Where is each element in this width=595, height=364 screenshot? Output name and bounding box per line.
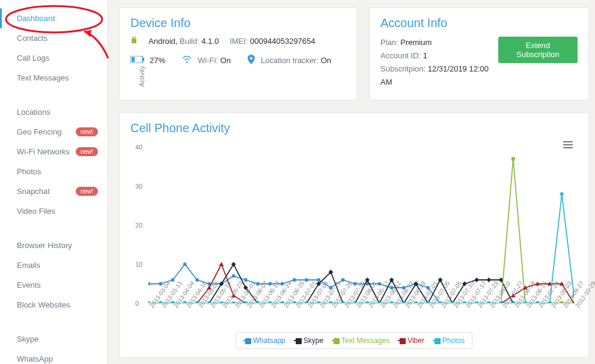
android-icon (130, 36, 138, 46)
sidebar-item-label: Photos (17, 167, 41, 176)
battery-pct: 27% (150, 56, 165, 65)
battery-icon (130, 56, 145, 65)
sidebar-item-label: Snapchat (17, 187, 50, 196)
location-block: Location tracker: On (261, 56, 331, 65)
main-content: Device Info Android, Build: 4.1.0 IMEI: … (108, 0, 595, 358)
plan-label: Plan: (380, 38, 398, 47)
chart-plot-area: Activity 010203040 2013-03-042013-03-132… (148, 147, 574, 327)
sidebar-item-label: Text Messages (17, 73, 69, 82)
location-label: Location tracker: (261, 56, 319, 65)
device-os: Android, Build: 4.1.0 (148, 37, 219, 46)
sidebar-item-whatsapp[interactable]: WhatsApp (0, 349, 108, 364)
new-badge: new! (76, 187, 98, 196)
svg-point-50 (195, 278, 199, 282)
sidebar-item-label: WhatsApp (17, 354, 53, 363)
svg-point-8 (186, 61, 188, 63)
svg-rect-112 (511, 157, 515, 161)
plan-value: Premium (400, 38, 432, 47)
sidebar-item-locations[interactable]: Locations (0, 102, 108, 122)
account-info-title: Account Info (380, 16, 498, 30)
svg-point-46 (148, 282, 150, 286)
wifi-label: Wi-Fi: (198, 56, 218, 65)
sidebar-item-label: Call Logs (17, 53, 49, 62)
sidebar-item-label: Contacts (17, 34, 47, 43)
sidebar-item-block-websites[interactable]: Block Websites (0, 295, 108, 315)
build-value: 4.1.0 (201, 37, 219, 46)
svg-point-152 (560, 192, 564, 196)
svg-point-9 (250, 57, 252, 59)
subscription-label: Subscritpion: (380, 64, 426, 73)
sidebar: DashboardContactsCall LogsText MessagesL… (0, 0, 108, 364)
account-id-value: 1 (423, 51, 427, 60)
sidebar-item-label: Skype (17, 335, 38, 344)
sidebar-item-photos[interactable]: Photos (0, 162, 108, 181)
svg-point-48 (171, 278, 175, 282)
sidebar-item-label: Dashboard (17, 14, 55, 23)
account-id-label: Account ID: (380, 51, 421, 60)
svg-rect-6 (132, 57, 135, 62)
sidebar-item-snapchat[interactable]: Snapchatnew! (0, 181, 108, 201)
sidebar-item-wi-fi-networks[interactable]: Wi-Fi Networksnew! (0, 142, 108, 162)
sidebar-item-text-messages[interactable]: Text Messages (0, 68, 108, 88)
chart-y-label: Activity (138, 66, 145, 87)
wifi-block: Wi-Fi: On (198, 56, 231, 65)
svg-point-59 (305, 278, 308, 282)
sidebar-item-contacts[interactable]: Contacts (0, 28, 108, 48)
sidebar-item-label: Locations (17, 108, 50, 117)
wifi-value: On (221, 56, 231, 65)
imei-label: IMEI: (230, 37, 248, 46)
sidebar-item-label: Events (17, 281, 41, 290)
sidebar-item-label: Geo Fencing (17, 127, 61, 136)
sidebar-item-label: Block Websites (17, 300, 70, 309)
sidebar-item-skype[interactable]: Skype (0, 329, 108, 349)
sidebar-item-emails[interactable]: Emails (0, 255, 108, 275)
new-badge: new! (76, 147, 98, 156)
sidebar-item-label: Browser History (17, 241, 72, 250)
device-info-title: Device Info (130, 16, 346, 30)
account-info-card: Account Info Plan: Premium Account ID: 1… (369, 7, 589, 100)
chart-x-labels: 2013-03-042013-03-132013-04-042013-04-16… (148, 305, 574, 341)
new-badge: new! (76, 127, 98, 136)
sidebar-item-geo-fencing[interactable]: Geo Fencingnew! (0, 122, 108, 142)
sidebar-item-events[interactable]: Events (0, 275, 108, 295)
sidebar-item-label: Video Files (17, 207, 55, 216)
sidebar-item-browser-history[interactable]: Browser History (0, 235, 108, 255)
chart-title: Cell Phone Activity (130, 121, 578, 135)
svg-point-58 (293, 278, 296, 282)
svg-point-62 (341, 278, 345, 282)
os-name: Android, (148, 37, 177, 46)
device-imei: IMEI: 000944053297654 (230, 37, 315, 46)
wifi-icon (182, 56, 192, 65)
svg-rect-2 (132, 38, 136, 43)
activity-chart-card: Cell Phone Activity Activity 010203040 2… (119, 112, 589, 358)
sidebar-item-call-logs[interactable]: Call Logs (0, 48, 108, 68)
svg-point-53 (232, 275, 236, 278)
location-icon (248, 55, 255, 66)
sidebar-item-dashboard[interactable]: Dashboard (0, 8, 108, 28)
location-value: On (321, 56, 331, 65)
imei-value: 000944053297654 (250, 37, 315, 46)
extend-subscription-button[interactable]: Extend Subscription (498, 37, 578, 63)
svg-point-49 (183, 262, 187, 266)
svg-point-60 (317, 278, 320, 282)
svg-rect-7 (143, 58, 144, 61)
sidebar-item-video-files[interactable]: Video Files (0, 201, 108, 221)
device-info-card: Device Info Android, Build: 4.1.0 IMEI: … (119, 7, 357, 100)
sidebar-item-label: Emails (17, 261, 40, 270)
build-label: Build: (180, 37, 200, 46)
svg-point-54 (244, 278, 248, 282)
sidebar-item-label: Wi-Fi Networks (17, 147, 70, 156)
